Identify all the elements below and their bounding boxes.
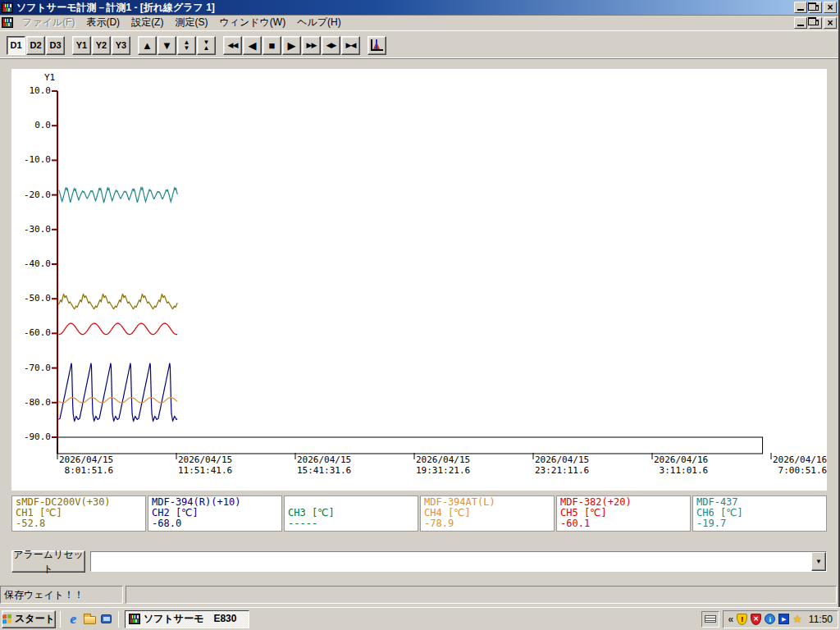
alarm-reset-button[interactable]: アラームリセット [11,550,85,573]
series-CH2 [59,363,178,421]
expand-horizontal-icon: ◀▶ [326,42,336,49]
child-minimize-button[interactable] [794,17,807,29]
x-axis-tick-label: 2026/04/1511:51:41.6 [178,454,232,476]
channel-value: ----- [288,518,414,529]
alarm-combo-input[interactable] [91,552,811,571]
y-axis-tick-label: -80.0 [11,397,51,408]
show-desktop-icon[interactable] [98,611,114,628]
menu-file[interactable]: ファイル(F) [16,14,80,31]
start-button[interactable]: スタート [2,610,56,628]
legend-channel-3: CH3 [℃] ----- [284,495,418,532]
y-axis-title: Y1 [44,72,55,83]
alarm-combobox[interactable]: ▼ [90,551,827,572]
toolbar-y2-button[interactable]: Y2 [92,36,111,55]
scroll-up-icon: ▲ [142,40,153,51]
taskbar-app-button[interactable]: ソフトサーモ E830 [125,610,249,628]
compress-vertical-button[interactable]: ▼ ▲ [197,36,216,55]
folder-icon[interactable] [81,611,98,628]
y-axis-tick-label: -40.0 [11,258,51,269]
taskbar-divider [118,611,119,628]
channel-value: -52.8 [16,518,142,529]
channel-legend: sMDF-DC200V(+30) CH1 [℃] -52.8 MDF-394(R… [11,495,827,532]
child-close-button[interactable]: × [824,17,837,29]
series-CH5 [59,323,178,335]
y-axis-tick-label: -60.0 [11,327,51,338]
status-bar: 保存ウェイト！！ [0,583,838,605]
compress-horizontal-button[interactable]: ▶◀ [341,36,360,55]
app-icon [129,614,140,624]
legend-channel-2: MDF-394(R)(+10) CH2 [℃] -68.0 [148,495,282,532]
stop-icon: ■ [269,40,276,51]
close-button[interactable]: × [824,2,837,13]
line-graph-panel[interactable]: Y1 10.00.0-10.0-20.0-30.0-40.0-50.0-60.0… [11,69,827,491]
channel-value: -60.1 [560,518,687,529]
fast-forward-button[interactable]: ▶▶ [302,36,321,55]
stop-button[interactable]: ■ [262,36,281,55]
media-tray-icon[interactable]: ▶ [778,614,789,624]
scroll-up-button[interactable]: ▲ [138,36,157,55]
toolbar-y3-button[interactable]: Y3 [112,36,130,55]
legend-channel-4: MDF-394AT(L) CH4 [℃] -78.9 [420,495,555,532]
expand-vertical-button[interactable]: ▲ ▼ [177,36,196,55]
input-method-button[interactable] [701,611,719,628]
minimize-icon [797,25,804,26]
os-taskbar: スタート e ソフトサーモ E830 « ! ✕ i ▶ ★ 11:50 [0,607,840,630]
graph-settings-button[interactable] [368,36,386,55]
internet-explorer-icon[interactable]: e [65,611,81,628]
collapse-chevron-icon[interactable]: « [728,614,734,625]
info-balloon-icon[interactable]: i [765,614,775,624]
fast-forward-icon: ▶▶ [307,42,317,49]
combo-dropdown-button[interactable]: ▼ [811,552,826,571]
minimize-icon [797,9,804,11]
y-axis-tick-label: -90.0 [11,431,51,442]
x-axis-tick-label: 2026/04/1523:21:11.6 [535,454,589,476]
x-axis-tick-label: 2026/04/16 3:11:01.6 [654,454,708,476]
scroll-left-icon: ◀ [249,40,257,51]
compress-horizontal-icon: ▶◀ [346,42,356,49]
scroll-right-button[interactable]: ▶ [282,36,301,55]
child-window-icon[interactable] [2,17,13,28]
fast-rewind-icon: ◀◀ [228,42,238,49]
windows-logo-icon [2,614,12,624]
expand-horizontal-button[interactable]: ◀▶ [322,36,340,55]
menu-measure[interactable]: 測定(S) [169,14,213,31]
toolbar-d2-button[interactable]: D2 [26,36,45,55]
taskbar-divider [60,611,61,628]
x-axis-tick-label: 2026/04/1515:41:31.6 [297,454,351,476]
y-axis-tick-label: -70.0 [11,363,51,373]
menu-view[interactable]: 表示(D) [80,14,126,31]
menu-settings[interactable]: 設定(Z) [126,14,169,31]
line-graph [11,69,827,491]
x-axis-tick-label: 2026/04/1519:31:21.6 [416,454,470,476]
menu-bar: ファイル(F) 表示(D) 設定(Z) 測定(S) ウィンドウ(W) ヘルプ(H… [0,15,838,31]
scroll-down-button[interactable]: ▼ [158,36,176,55]
minimize-button[interactable] [794,2,807,13]
graph-icon [371,39,383,51]
menu-help[interactable]: ヘルプ(H) [291,14,347,31]
scroll-left-button[interactable]: ◀ [243,36,262,55]
system-tray: « ! ✕ i ▶ ★ 11:50 [723,610,838,628]
status-message: 保存ウェイト！！ [0,586,123,604]
y-axis-tick-label: -10.0 [11,154,51,165]
series-CH1 [59,294,178,309]
taskbar-clock: 11:50 [809,614,833,625]
toolbar: D1 D2 D3 Y1 Y2 Y3 ▲ ▼ ▲ ▼ ▼ ▲ ◀◀ ◀ ■ ▶ ▶… [0,32,838,59]
chevron-down-icon: ▼ [815,558,822,565]
fast-rewind-button[interactable]: ◀◀ [223,36,242,55]
update-star-icon[interactable]: ★ [792,614,802,624]
title-bar[interactable]: ソフトサーモ計測－計測1 - [折れ線グラフ 1] × [0,0,838,15]
toolbar-d3-button[interactable]: D3 [46,36,65,55]
channel-value: -78.9 [424,518,550,529]
child-restore-button[interactable] [809,17,822,29]
toolbar-d1-button[interactable]: D1 [7,36,25,55]
menu-window[interactable]: ウィンドウ(W) [213,14,291,31]
y-axis-tick-label: 10.0 [11,85,51,96]
legend-channel-1: sMDF-DC200V(+30) CH1 [℃] -52.8 [11,495,146,532]
scroll-down-icon: ▼ [162,40,172,51]
restore-button[interactable] [809,2,822,13]
toolbar-y1-button[interactable]: Y1 [72,36,91,55]
app-icon [2,2,13,13]
security-warning-icon[interactable]: ! [737,614,747,625]
security-alert-icon[interactable]: ✕ [751,614,761,625]
y-axis-tick-label: 0.0 [11,120,51,130]
